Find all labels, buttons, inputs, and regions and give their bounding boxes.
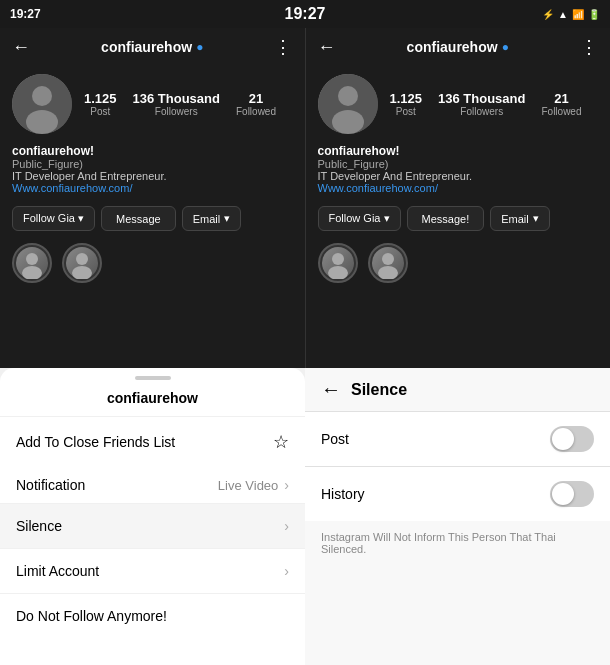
svg-point-4 — [22, 266, 42, 279]
left-message-button[interactable]: Message — [101, 206, 176, 231]
silence-history-toggle[interactable] — [550, 481, 594, 507]
wifi-icon: 📶 — [572, 9, 584, 20]
right-followers-count: 136 Thousand — [438, 91, 525, 106]
svg-point-10 — [332, 253, 344, 265]
left-bottom-sheet: confiaurehow Add To Close Friends List ☆… — [0, 368, 305, 665]
close-friends-star-icon: ☆ — [273, 431, 289, 453]
left-email-button[interactable]: Email ▾ — [182, 206, 242, 231]
silence-label: Silence — [16, 518, 62, 534]
do-not-follow-item[interactable]: Do Not Follow Anymore! — [0, 593, 305, 638]
silence-header: ← Silence — [305, 368, 610, 411]
bluetooth-icon: ⚡ — [542, 9, 554, 20]
left-panel-header: ← confiaurehow ● ⋮ — [0, 28, 305, 66]
silence-post-toggle[interactable] — [550, 426, 594, 452]
left-stats-row: 1.125 Post 136 Thousand Followers 21 Fol… — [84, 91, 276, 117]
add-close-friends-label: Add To Close Friends List — [16, 434, 175, 450]
left-bio-username: confiaurehow! — [12, 144, 293, 158]
notification-row[interactable]: Notification Live Video › — [0, 467, 305, 503]
left-profile-panel: ← confiaurehow ● ⋮ 1.125 — [0, 28, 305, 368]
right-followers-label: Followers — [438, 106, 525, 117]
limit-account-item[interactable]: Limit Account › — [0, 548, 305, 593]
left-back-button[interactable]: ← — [12, 37, 30, 58]
right-username-header: confiaurehow ● — [407, 39, 509, 55]
left-verified-badge: ● — [196, 40, 203, 54]
right-email-button[interactable]: Email ▾ — [490, 206, 550, 231]
right-posts-label: Post — [390, 106, 423, 117]
left-sheet-title: confiaurehow — [0, 386, 305, 416]
bottom-sheets-container: confiaurehow Add To Close Friends List ☆… — [0, 368, 610, 665]
right-bio-category: Public_Figure) — [318, 158, 599, 170]
right-profile-info: 1.125 Post 136 Thousand Followers 21 Fol… — [306, 66, 611, 142]
left-stat-following: 21 Followed — [236, 91, 276, 117]
left-username-text: confiaurehow — [101, 39, 192, 55]
left-action-buttons: Follow Gia ▾ Message Email ▾ — [0, 200, 305, 237]
right-stat-posts: 1.125 Post — [390, 91, 423, 117]
left-bio-section: confiaurehow! Public_Figure) IT Develope… — [0, 142, 305, 200]
svg-point-3 — [26, 253, 38, 265]
svg-point-11 — [328, 266, 348, 279]
left-avatar — [12, 74, 72, 134]
left-bio-link[interactable]: Www.confiaurehow.com/ — [12, 182, 293, 194]
silence-back-button[interactable]: ← — [321, 378, 341, 401]
left-bio-text: IT Developer And Entrepreneur. — [12, 170, 293, 182]
left-bio-category: Public_Figure) — [12, 158, 293, 170]
right-bio-link[interactable]: Www.confiaurehow.com/ — [318, 182, 599, 194]
left-more-button[interactable]: ⋮ — [274, 36, 292, 58]
status-time-left: 19:27 — [10, 7, 41, 21]
battery-icon: 🔋 — [588, 9, 600, 20]
silence-history-toggle-knob — [552, 483, 574, 505]
notification-chevron-icon: › — [284, 477, 289, 493]
right-following-count: 21 — [541, 91, 581, 106]
notification-label: Notification — [16, 477, 85, 493]
left-highlight-inner-2 — [66, 247, 98, 279]
left-sheet-handle — [135, 376, 171, 380]
right-bio-section: confiaurehow! Public_Figure) IT Develope… — [306, 142, 611, 200]
right-profile-panel: ← confiaurehow ● ⋮ 1.125 — [306, 28, 611, 368]
right-message-button[interactable]: Message! — [407, 206, 485, 231]
add-close-friends-item[interactable]: Add To Close Friends List ☆ — [0, 416, 305, 467]
notification-value-container: Live Video › — [218, 477, 289, 493]
silence-post-row: Post — [305, 411, 610, 466]
right-dropdown-arrow-icon: ▾ — [533, 212, 539, 225]
svg-point-13 — [378, 266, 398, 279]
left-highlight-1[interactable] — [12, 243, 52, 283]
right-stat-followers: 136 Thousand Followers — [438, 91, 525, 117]
svg-point-5 — [76, 253, 88, 265]
left-posts-count: 1.125 — [84, 91, 117, 106]
right-action-buttons: Follow Gia ▾ Message! Email ▾ — [306, 200, 611, 237]
left-following-count: 21 — [236, 91, 276, 106]
right-more-button[interactable]: ⋮ — [580, 36, 598, 58]
status-bar: 19:27 19:27 ⚡ ▲ 📶 🔋 — [0, 0, 610, 28]
svg-point-2 — [26, 110, 58, 134]
right-posts-count: 1.125 — [390, 91, 423, 106]
right-highlight-1[interactable] — [318, 243, 358, 283]
right-highlight-2[interactable] — [368, 243, 408, 283]
left-followers-count: 136 Thousand — [133, 91, 220, 106]
right-back-button[interactable]: ← — [318, 37, 336, 58]
right-stat-following: 21 Followed — [541, 91, 581, 117]
left-followers-label: Followers — [133, 106, 220, 117]
left-posts-label: Post — [84, 106, 117, 117]
notification-value: Live Video — [218, 478, 278, 493]
silence-info-text: Instagram Will Not Inform This Person Th… — [305, 521, 610, 565]
right-follow-button[interactable]: Follow Gia ▾ — [318, 206, 401, 231]
limit-chevron-icon: › — [284, 563, 289, 579]
silence-item[interactable]: Silence › — [0, 503, 305, 548]
left-profile-info: 1.125 Post 136 Thousand Followers 21 Fol… — [0, 66, 305, 142]
svg-point-1 — [32, 86, 52, 106]
silence-post-label: Post — [321, 431, 349, 447]
left-highlights-row — [0, 237, 305, 289]
status-icons: ⚡ ▲ 📶 🔋 — [542, 9, 600, 20]
silence-chevron-icon: › — [284, 518, 289, 534]
left-follow-button[interactable]: Follow Gia ▾ — [12, 206, 95, 231]
dropdown-arrow-icon: ▾ — [224, 212, 230, 225]
right-avatar-image — [318, 74, 378, 134]
left-following-label: Followed — [236, 106, 276, 117]
signal-icon: ▲ — [558, 9, 568, 20]
left-highlight-2[interactable] — [62, 243, 102, 283]
svg-point-12 — [382, 253, 394, 265]
right-avatar — [318, 74, 378, 134]
right-bio-text: IT Developer And Entrepreneur. — [318, 170, 599, 182]
left-highlight-inner-1 — [16, 247, 48, 279]
svg-point-8 — [338, 86, 358, 106]
